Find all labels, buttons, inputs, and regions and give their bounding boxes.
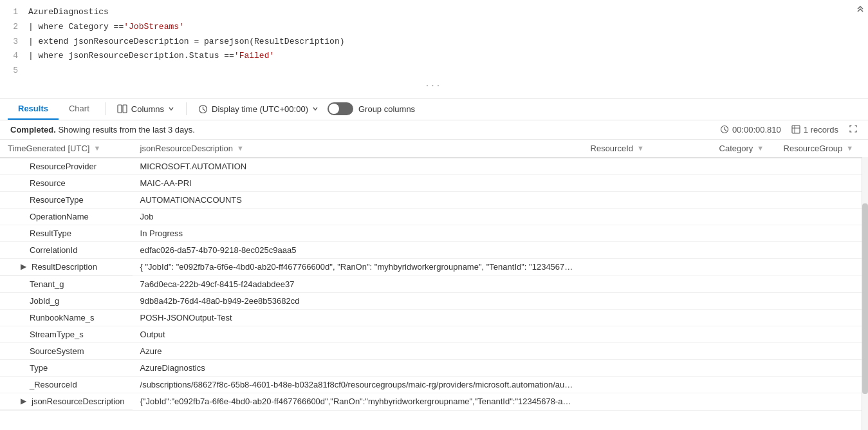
table-row: ▶ jsonResourceDescription {"JobId":"e092…: [0, 393, 868, 410]
status-bar: Completed. Showing results from the last…: [0, 120, 868, 140]
row-value: /subscriptions/68627f8c-65b8-4601-b48e-b…: [133, 376, 583, 393]
expand-row-button[interactable]: ▶: [18, 262, 29, 271]
table-container: TimeGenerated [UTC] ▼ jsonResourceDescri…: [0, 140, 868, 430]
results-table: TimeGenerated [UTC] ▼ jsonResourceDescri…: [0, 140, 868, 411]
group-columns-label: Group columns: [358, 104, 415, 114]
filter-icon-jsonresource[interactable]: ▼: [237, 144, 244, 152]
row-key: OperationName: [0, 208, 133, 225]
tab-results[interactable]: Results: [8, 98, 59, 120]
code-line-3: 3 | extend jsonResourceDescription = par…: [0, 35, 868, 50]
editor-ellipsis: ···: [0, 79, 868, 93]
expand-icon: [849, 124, 858, 133]
expand-results-button[interactable]: [849, 124, 858, 135]
line-number-3: 3: [0, 35, 18, 49]
row-key: RunbookName_s: [0, 309, 133, 326]
line-number-1: 1: [0, 6, 18, 19]
chevron-down-icon-2: [312, 106, 319, 112]
filter-icon-resourceid[interactable]: ▼: [637, 144, 644, 152]
row-value: AUTOMATIONACCOUNTS: [133, 191, 583, 208]
status-message: Completed. Showing results from the last…: [10, 125, 195, 135]
code-line-5: 5: [0, 64, 868, 79]
row-value: {"JobId":"e092fb7a-6f6e-4bd0-ab20-ff4677…: [133, 393, 583, 410]
filter-icon-timegenerated[interactable]: ▼: [93, 144, 100, 152]
row-key: ▶ jsonResourceDescription: [0, 393, 133, 410]
scrollbar-thumb[interactable]: [862, 203, 868, 394]
code-line-1: 1 AzureDiagnostics: [0, 5, 868, 20]
table-row: Tenant_g 7a6d0eca-222b-49cf-8415-f24adab…: [0, 276, 868, 292]
th-resourcegroup[interactable]: ResourceGroup ▼: [776, 140, 862, 158]
table-row: ResourceProvider MICROSOFT.AUTOMATION: [0, 158, 868, 175]
th-subscri[interactable]: Subscri: [861, 140, 868, 158]
line-number-4: 4: [0, 50, 18, 63]
tab-divider-2: [186, 102, 187, 115]
code-line-4: 4 | where jsonResourceDescription.Status…: [0, 49, 868, 64]
filter-icon-resourcegroup[interactable]: ▼: [846, 144, 853, 152]
row-key: CorrelationId: [0, 241, 133, 258]
row-key: Tenant_g: [0, 276, 133, 292]
code-editor: 1 AzureDiagnostics 2 | where Category ==…: [0, 0, 868, 98]
svg-rect-4: [792, 126, 800, 133]
tab-chart[interactable]: Chart: [59, 98, 100, 120]
table-row: _ResourceId /subscriptions/68627f8c-65b8…: [0, 376, 868, 393]
row-key: ResourceType: [0, 191, 133, 208]
columns-button[interactable]: Columns: [111, 101, 181, 117]
svg-rect-1: [123, 105, 127, 113]
svg-rect-0: [118, 105, 122, 113]
table-row: JobId_g 9db8a42b-76d4-48a0-b949-2ee8b536…: [0, 292, 868, 309]
display-time-button[interactable]: Display time (UTC+00:00): [192, 102, 325, 117]
status-records: 1 records: [804, 125, 838, 135]
row-value: MAIC-AA-PRI: [133, 174, 583, 191]
row-value: Output: [133, 326, 583, 342]
row-key: _ResourceId: [0, 376, 133, 393]
filter-icon-category[interactable]: ▼: [757, 144, 764, 152]
table-row: ResourceType AUTOMATIONACCOUNTS: [0, 191, 868, 208]
records-item: 1 records: [791, 125, 838, 135]
row-value: Job: [133, 208, 583, 225]
row-value: Azure: [133, 342, 583, 359]
clock-icon: [198, 104, 208, 114]
row-value: In Progress: [133, 225, 583, 241]
row-key: ResultType: [0, 225, 133, 241]
row-key: JobId_g: [0, 292, 133, 309]
row-key: SourceSystem: [0, 342, 133, 359]
th-timegenerated[interactable]: TimeGenerated [UTC] ▼: [0, 140, 133, 158]
vertical-scrollbar[interactable]: [862, 140, 868, 430]
collapse-button[interactable]: [855, 3, 865, 15]
table-row: CorrelationId edfac026-da57-4b70-9218-8e…: [0, 241, 868, 258]
group-columns-toggle[interactable]: [328, 102, 353, 115]
status-duration: 00:00:00.810: [732, 125, 781, 135]
status-detail: Showing results from the last 3 days.: [58, 125, 194, 135]
line-number-2: 2: [0, 21, 18, 34]
table-row: Resource MAIC-AA-PRI: [0, 174, 868, 191]
expand-row-button-2[interactable]: ▶: [18, 397, 29, 406]
table-row: StreamType_s Output: [0, 326, 868, 342]
row-key: Resource: [0, 174, 133, 191]
status-right: 00:00:00.810 1 records: [720, 124, 858, 135]
th-resourceid[interactable]: ResourceId ▼: [583, 140, 712, 158]
code-line-2: 2 | where Category == 'JobStreams': [0, 20, 868, 35]
row-key: ResourceProvider: [0, 158, 133, 175]
table-icon: [791, 125, 800, 134]
table-row: OperationName Job: [0, 208, 868, 225]
row-value: MICROSOFT.AUTOMATION: [133, 158, 583, 175]
chevron-down-icon: [168, 106, 174, 112]
table-row: ▶ ResultDescription { "JobId": "e092fb7a…: [0, 258, 868, 276]
table-row: RunbookName_s POSH-JSONOutput-Test: [0, 309, 868, 326]
line-number-5: 5: [0, 64, 18, 78]
th-category[interactable]: Category ▼: [712, 140, 776, 158]
table-header-row: TimeGenerated [UTC] ▼ jsonResourceDescri…: [0, 140, 868, 158]
row-value: AzureDiagnostics: [133, 359, 583, 376]
tab-divider: [105, 102, 106, 115]
row-value: edfac026-da57-4b70-9218-8ec025c9aaa5: [133, 241, 583, 258]
clock-icon-small: [720, 125, 729, 134]
th-jsonresource[interactable]: jsonResourceDescription ▼: [133, 140, 583, 158]
table-row: Type AzureDiagnostics: [0, 359, 868, 376]
tabs-bar: Results Chart Columns Display time (UTC+…: [0, 98, 868, 120]
row-key: StreamType_s: [0, 326, 133, 342]
table-row: SourceSystem Azure: [0, 342, 868, 359]
row-value: { "JobId": "e092fb7a-6f6e-4bd0-ab20-ff46…: [133, 258, 583, 276]
duration-item: 00:00:00.810: [720, 125, 781, 135]
row-value: POSH-JSONOutput-Test: [133, 309, 583, 326]
row-key: Type: [0, 359, 133, 376]
row-value: 7a6d0eca-222b-49cf-8415-f24adabdee37: [133, 276, 583, 292]
